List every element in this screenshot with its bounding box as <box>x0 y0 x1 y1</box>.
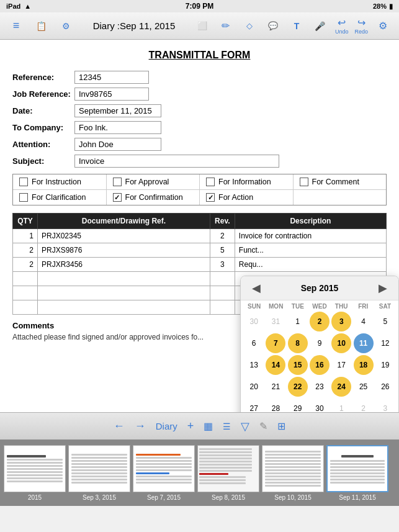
plus-corner-button[interactable]: ⊞ <box>277 420 285 432</box>
cal-day[interactable]: 31 <box>266 312 285 331</box>
thumbnail-label: Sep 11, 2015 <box>339 494 376 501</box>
cb-empty <box>294 190 387 205</box>
undo-button[interactable]: ↩ Undo <box>333 16 351 36</box>
cal-day[interactable]: 14 <box>266 355 285 375</box>
cal-day[interactable]: 12 <box>375 333 395 353</box>
cal-day[interactable]: 15 <box>288 355 308 375</box>
cal-day[interactable]: 20 <box>244 377 264 397</box>
status-time: 7:09 PM <box>186 2 213 11</box>
thumbnail-label: Sep 8, 2015 <box>212 494 245 501</box>
cal-day[interactable]: 17 <box>331 355 351 375</box>
cb-for-confirmation[interactable]: For Confirmation <box>107 190 200 205</box>
grid-button[interactable]: ▦ <box>204 420 213 432</box>
cb-instruction-box[interactable] <box>19 178 28 186</box>
checkbox-row-2: For Clarification For Confirmation For A… <box>13 190 386 205</box>
thumbnail-label: 2015 <box>28 494 42 501</box>
cb-approval-box[interactable] <box>113 178 122 186</box>
cal-day[interactable]: 27 <box>244 399 264 412</box>
cal-day[interactable]: 16 <box>310 355 330 375</box>
text-button[interactable]: T <box>285 15 308 37</box>
calendar-grid: SUNMONTUEWEDTHUFRISAT 303112345678910111… <box>241 300 398 412</box>
cb-information-box[interactable] <box>206 178 215 186</box>
cell-qty: 1 <box>13 229 38 243</box>
cal-day[interactable]: 26 <box>375 377 395 397</box>
job-reference-label: Job Reference: <box>12 89 74 99</box>
menu-button[interactable]: ≡ <box>5 15 27 37</box>
cell-desc: Funct... <box>235 243 386 258</box>
cb-for-action[interactable]: For Action <box>200 190 294 205</box>
to-company-input[interactable] <box>74 121 161 134</box>
cal-day[interactable]: 25 <box>354 377 374 397</box>
cal-day[interactable]: 23 <box>310 377 330 397</box>
date-label: Date: <box>12 106 74 115</box>
cal-day[interactable]: 1 <box>288 312 308 331</box>
cal-day[interactable]: 6 <box>244 333 264 353</box>
job-reference-input[interactable] <box>74 88 149 101</box>
cb-for-approval[interactable]: For Approval <box>107 174 200 189</box>
cal-day[interactable]: 13 <box>244 355 264 375</box>
cal-day[interactable]: 2 <box>310 312 330 331</box>
cal-day[interactable]: 21 <box>266 377 285 397</box>
cal-day[interactable]: 7 <box>266 333 285 353</box>
redo-button[interactable]: ↪ Redo <box>352 16 370 36</box>
cal-day[interactable]: 5 <box>375 312 395 331</box>
cal-day[interactable]: 30 <box>310 399 330 412</box>
form-fields: Reference: Job Reference: Date: To Compa… <box>12 71 387 168</box>
cal-day[interactable]: 28 <box>266 399 285 412</box>
cb-for-comment[interactable]: For Comment <box>294 174 387 189</box>
pencil-button[interactable]: ✏ <box>215 15 237 37</box>
back-button[interactable]: ← <box>114 420 125 433</box>
reference-input[interactable] <box>74 71 149 84</box>
cal-day[interactable]: 22 <box>288 377 308 397</box>
add-button[interactable]: + <box>187 420 194 433</box>
cal-day[interactable]: 3 <box>375 399 395 412</box>
thumbnail-item[interactable]: Sep 3, 2015 <box>68 445 130 501</box>
eraser-button[interactable]: ◇ <box>238 15 261 37</box>
doc-button[interactable]: 📋 <box>30 15 52 37</box>
cal-prev-button[interactable]: ◀ <box>248 281 264 295</box>
date-input[interactable] <box>74 104 161 117</box>
cal-day[interactable]: 11 <box>354 333 374 353</box>
thumbnail-item[interactable]: Sep 7, 2015 <box>133 445 195 501</box>
thumbnail-item[interactable]: Sep 8, 2015 <box>197 445 259 501</box>
filter-button[interactable]: ▽ <box>241 420 249 433</box>
cb-clarification-box[interactable] <box>19 193 28 202</box>
cal-day[interactable]: 30 <box>244 312 264 331</box>
list-button[interactable]: ☰ <box>223 422 231 431</box>
thumbnail-item[interactable]: 2015 <box>4 445 66 501</box>
cb-for-information[interactable]: For Information <box>200 174 294 189</box>
mic-button[interactable]: 🎤 <box>309 15 331 37</box>
cb-comment-box[interactable] <box>300 178 308 186</box>
cal-day[interactable]: 9 <box>310 333 330 353</box>
diary-button[interactable]: Diary <box>156 421 177 431</box>
attention-input[interactable] <box>74 138 161 151</box>
thumbnail-item[interactable]: Sep 10, 2015 <box>262 445 324 501</box>
cb-confirmation-box[interactable] <box>113 193 122 202</box>
thumbnail-strip: 2015 Sep 3, 2015 Sep 7, 2015 Sep 8, 2015… <box>0 440 399 506</box>
highlight-button[interactable]: 💬 <box>262 15 284 37</box>
cb-for-clarification[interactable]: For Clarification <box>13 190 107 205</box>
subject-input[interactable] <box>74 155 279 168</box>
gear-button[interactable]: ⚙ <box>372 15 394 37</box>
thumbnail-image <box>4 445 66 492</box>
forward-button[interactable]: → <box>135 420 146 433</box>
cal-day[interactable]: 24 <box>331 377 351 397</box>
cal-day[interactable]: 18 <box>354 355 374 375</box>
carrier-label: iPad <box>6 2 20 10</box>
cal-day[interactable]: 2 <box>354 399 374 412</box>
cal-day[interactable]: 29 <box>288 399 308 412</box>
frame-button[interactable]: ⬜ <box>191 15 213 37</box>
cb-action-box[interactable] <box>206 193 215 202</box>
cal-next-button[interactable]: ▶ <box>375 281 391 295</box>
cal-day[interactable]: 4 <box>354 312 374 331</box>
thumbnail-label: Sep 7, 2015 <box>147 494 181 501</box>
cal-day[interactable]: 8 <box>288 333 308 353</box>
thumbnail-item[interactable]: Sep 11, 2015 <box>326 445 388 501</box>
cal-day[interactable]: 1 <box>331 399 351 412</box>
settings-button[interactable]: ⚙ <box>55 15 77 37</box>
cb-instruction-label: For Instruction <box>32 178 81 186</box>
cal-day[interactable]: 3 <box>331 312 351 331</box>
cal-day[interactable]: 19 <box>375 355 395 375</box>
cal-day[interactable]: 10 <box>331 333 351 353</box>
cb-for-instruction[interactable]: For Instruction <box>13 174 107 189</box>
